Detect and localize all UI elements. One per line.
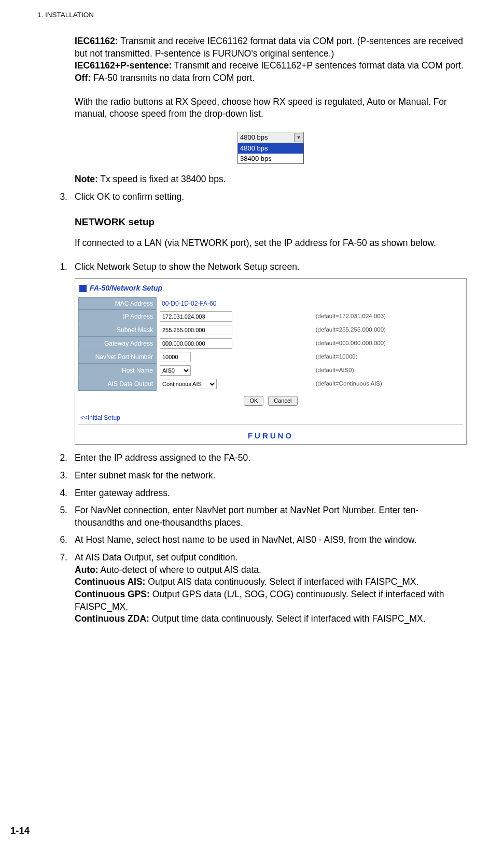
host-name-default: (default=AIS0) xyxy=(313,364,463,377)
cancel-button[interactable]: Cancel xyxy=(268,396,297,406)
network-form-table: MAC Address 00-D0-1D-02-FA-60 IP Address… xyxy=(78,297,463,391)
form-buttons: OK Cancel xyxy=(78,391,463,406)
initial-setup-backlink[interactable]: <<Initial Setup xyxy=(78,406,463,422)
gateway-input[interactable] xyxy=(160,338,232,349)
network-step-5: For NavNet connection, enter NavNet port… xyxy=(75,504,467,529)
network-step-3: Enter subnet mask for the network. xyxy=(75,470,467,482)
step-3-text: Click OK to confirm setting. xyxy=(75,191,467,203)
network-step-4: Enter gateway address. xyxy=(75,487,467,500)
navnet-port-default: (default=10000) xyxy=(313,350,463,364)
speed-dropdown-list: 4800 bps 38400 bps xyxy=(237,143,304,164)
furuno-brand-footer: FURUNO xyxy=(78,428,463,441)
network-intro-para: If connected to a LAN (via NETWORK port)… xyxy=(75,237,467,250)
speed-dropdown-value: 4800 bps xyxy=(238,133,294,142)
rx-speed-para: With the radio buttons at RX Speed, choo… xyxy=(75,96,467,120)
iec61162-text: Transmit and receive IEC61162 format dat… xyxy=(75,36,463,59)
network-step-1: Click Network Setup to show the Network … xyxy=(75,261,467,273)
gateway-default: (default=000.000.000.000) xyxy=(313,337,463,350)
ok-button[interactable]: OK xyxy=(244,396,263,406)
continuous-zda-text: Output time data continuously. Select if… xyxy=(149,613,426,624)
speed-option-4800[interactable]: 4800 bps xyxy=(238,143,303,154)
iec61162p-label: IEC61162+P-sentence: xyxy=(75,60,172,71)
subnet-default: (default=255.255.000.000) xyxy=(313,323,463,337)
auto-label: Auto: xyxy=(75,565,99,575)
continuous-ais-label: Continuous AIS: xyxy=(75,577,145,587)
ip-address-label: IP Address xyxy=(79,310,157,323)
page-number: 1-14 xyxy=(10,825,30,838)
ais-output-default: (default=Continuous AIS) xyxy=(313,377,463,391)
subnet-mask-label: Subnet Mask xyxy=(79,323,157,337)
note-text: Tx speed is fixed at 38400 bps. xyxy=(98,174,226,184)
screenshot-title-text: FA-50/Network Setup xyxy=(90,283,162,293)
ais-output-select[interactable]: Continuous AIS xyxy=(160,379,217,389)
continuous-gps-label: Continuous GPS: xyxy=(75,589,150,599)
auto-text: Auto-detect of where to output AIS data. xyxy=(99,565,261,575)
network-setup-screenshot: FA-50/Network Setup MAC Address 00-D0-1D… xyxy=(75,278,467,445)
note-label: Note: xyxy=(75,174,98,184)
step-3-item: 3. Click OK to confirm setting. xyxy=(75,191,467,203)
continuous-ais-text: Output AIS data continuously. Select if … xyxy=(145,577,418,587)
off-label: Off: xyxy=(75,73,91,83)
list-number: 6. xyxy=(55,534,67,546)
host-name-label: Host Name xyxy=(79,364,157,377)
mac-address-label: MAC Address xyxy=(79,298,157,310)
list-number: 5. xyxy=(55,504,67,529)
page-header: 1. INSTALLATION xyxy=(37,10,467,20)
format-options-para: IEC61162: Transmit and receive IEC61162 … xyxy=(75,35,467,85)
speed-dropdown-figure: 4800 bps ▼ 4800 bps 38400 bps xyxy=(237,132,304,164)
iec61162p-text: Transmit and receive IEC61162+P sentence… xyxy=(172,60,463,71)
ais-output-label: AIS Data Output xyxy=(79,377,157,391)
subnet-mask-input[interactable] xyxy=(160,325,232,335)
network-step-7: At AIS Data Output, set output condition… xyxy=(75,552,467,625)
chevron-down-icon: ▼ xyxy=(294,133,303,142)
gateway-label: Gateway Address xyxy=(79,337,157,350)
network-steps-list: 2. Enter the IP address assigned to the … xyxy=(75,452,467,625)
list-number: 3. xyxy=(55,191,67,203)
title-square-icon xyxy=(79,285,87,292)
network-step-6: At Host Name, select host name to be use… xyxy=(75,534,467,546)
list-number: 1. xyxy=(55,261,67,273)
ip-address-input[interactable] xyxy=(160,311,232,322)
network-setup-heading: NETWORK setup xyxy=(75,215,467,229)
network-step-2: Enter the IP address assigned to the FA-… xyxy=(75,452,467,464)
step7-intro: At AIS Data Output, set output condition… xyxy=(75,552,237,562)
speed-option-38400[interactable]: 38400 bps xyxy=(238,154,303,164)
host-name-select[interactable]: AIS0 xyxy=(160,365,191,376)
off-text: FA-50 transmits no data from COM port. xyxy=(91,73,255,83)
navnet-port-label: NavNet Port Number xyxy=(79,350,157,364)
screenshot-title-bar: FA-50/Network Setup xyxy=(78,282,463,297)
list-number: 3. xyxy=(55,470,67,482)
speed-dropdown-field[interactable]: 4800 bps ▼ xyxy=(237,132,304,143)
mac-address-value: 00-D0-1D-02-FA-60 xyxy=(160,300,216,307)
tx-speed-note: Note: Tx speed is fixed at 38400 bps. xyxy=(75,173,467,186)
iec61162-label: IEC61162: xyxy=(75,36,118,46)
list-number: 7. xyxy=(55,552,67,625)
main-content: IEC61162: Transmit and receive IEC61162 … xyxy=(75,35,467,625)
continuous-zda-label: Continuous ZDA: xyxy=(75,613,149,624)
list-number: 2. xyxy=(55,452,67,464)
list-number: 4. xyxy=(55,487,67,500)
ip-default: (default=172.031.024.003) xyxy=(313,310,463,323)
navnet-port-input[interactable] xyxy=(160,352,191,362)
